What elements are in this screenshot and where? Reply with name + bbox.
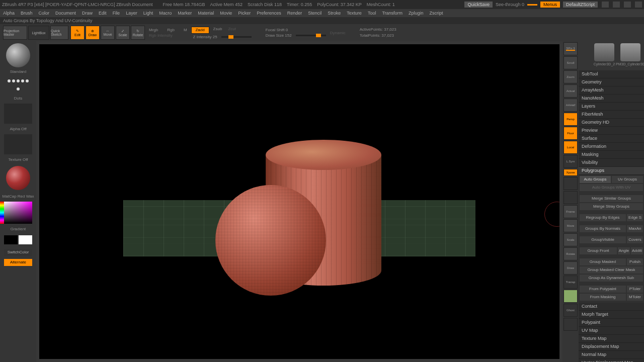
group-front-button[interactable]: Group Front bbox=[580, 247, 617, 254]
polish-slider[interactable]: Polish bbox=[627, 258, 643, 265]
menu-picker[interactable]: Picker bbox=[238, 11, 251, 16]
window-min-icon[interactable] bbox=[613, 2, 620, 8]
menu-zscript[interactable]: Zscript bbox=[430, 11, 443, 16]
edge-slider[interactable]: Edge S bbox=[627, 214, 643, 221]
menu-draw[interactable]: Draw bbox=[82, 11, 93, 16]
panel-polygroups[interactable]: Polygroups bbox=[579, 167, 644, 175]
menu-render[interactable]: Render bbox=[287, 11, 302, 16]
regroup-edges-button[interactable]: Regroup By Edges bbox=[580, 214, 626, 221]
group-visible-button[interactable]: GroupVisible bbox=[580, 236, 626, 243]
menus-button[interactable]: Menus bbox=[540, 2, 560, 8]
alpha-selector[interactable] bbox=[4, 104, 32, 124]
menu-color[interactable]: Color bbox=[39, 11, 50, 16]
transp-button[interactable]: Transp bbox=[564, 276, 578, 289]
menu-preferences[interactable]: Preferences bbox=[257, 11, 281, 16]
menu-brush[interactable]: Brush bbox=[21, 11, 33, 16]
m-button[interactable]: M bbox=[184, 28, 187, 32]
drawpoly-button[interactable]: Draw bbox=[564, 261, 578, 275]
floor-button[interactable]: Floor bbox=[564, 127, 578, 140]
nav-slot-1[interactable] bbox=[564, 177, 578, 190]
panel-nanomesh[interactable]: NanoMesh bbox=[579, 95, 644, 103]
color-picker[interactable] bbox=[4, 202, 32, 224]
panel-displacement[interactable]: Displacement Map bbox=[579, 343, 644, 351]
panel-layers[interactable]: Layers bbox=[579, 103, 644, 111]
mrgb-button[interactable]: Mrgb bbox=[149, 28, 158, 32]
dynamic-label[interactable]: Dynamic bbox=[330, 31, 346, 35]
draw-size-slider[interactable] bbox=[296, 35, 326, 36]
rotate-nav-button[interactable]: Rotate bbox=[564, 247, 578, 260]
ghost-button[interactable]: Ghost bbox=[564, 304, 578, 317]
local-button[interactable]: Local bbox=[564, 141, 578, 154]
move-mode-button[interactable]: ↔Move bbox=[101, 26, 115, 40]
color-swatches[interactable] bbox=[4, 235, 32, 244]
menu-stroke[interactable]: Stroke bbox=[328, 11, 341, 16]
panel-masking[interactable]: Masking bbox=[579, 151, 644, 159]
scroll-button[interactable]: Scroll bbox=[564, 56, 578, 69]
viewport[interactable] bbox=[39, 44, 559, 359]
menu-movie[interactable]: Movie bbox=[220, 11, 232, 16]
auto-groups-button[interactable]: Auto Groups bbox=[580, 176, 611, 183]
merge-stray-button[interactable]: Merge Stray Groups bbox=[580, 203, 643, 210]
auto-groups-uv-button[interactable]: Auto Groups With UV bbox=[580, 184, 643, 191]
panel-preview[interactable]: Preview bbox=[579, 127, 644, 135]
panel-texturemap[interactable]: Texture Map bbox=[579, 335, 644, 343]
menu-material[interactable]: Material bbox=[198, 11, 214, 16]
rgb-intensity-slider[interactable]: Rgb Intensity bbox=[149, 33, 173, 38]
uv-groups-button[interactable]: Uv Groups bbox=[612, 176, 643, 183]
menu-alpha[interactable]: Alpha bbox=[3, 11, 15, 16]
from-polypaint-button[interactable]: From Polypaint bbox=[580, 286, 626, 293]
menu-file[interactable]: File bbox=[113, 11, 120, 16]
rgb-button[interactable]: Rgb bbox=[167, 28, 175, 32]
menu-texture[interactable]: Texture bbox=[347, 11, 362, 16]
menu-marker[interactable]: Marker bbox=[178, 11, 192, 16]
lsym-button[interactable]: L.Sym bbox=[564, 155, 578, 168]
menu-document[interactable]: Document bbox=[55, 11, 76, 16]
zsub-button[interactable]: Zsub bbox=[213, 27, 222, 34]
tool-thumb-2[interactable]: PM3D_Cylinder3D bbox=[619, 43, 642, 68]
group-masked-clear-button[interactable]: Group Masked Clear Mask bbox=[580, 266, 643, 274]
zoom-button[interactable]: Zoom bbox=[564, 70, 578, 83]
zcut-button[interactable]: Zcut bbox=[228, 27, 236, 34]
quicksketch-button[interactable]: Quick Sketch bbox=[50, 26, 68, 40]
quicksave-button[interactable]: QuickSave bbox=[464, 2, 493, 8]
window-max-icon[interactable] bbox=[624, 2, 631, 8]
panel-contact[interactable]: Contact bbox=[579, 303, 644, 311]
panel-arraymesh[interactable]: ArrayMesh bbox=[579, 86, 644, 95]
rotate-mode-button[interactable]: ↻Rotate bbox=[131, 26, 145, 40]
menu-edit[interactable]: Edit bbox=[99, 11, 107, 16]
zadd-button[interactable]: Zadd bbox=[191, 27, 209, 34]
alternate-button[interactable]: Alternate bbox=[4, 259, 32, 266]
menu-layer[interactable]: Layer bbox=[126, 11, 137, 16]
panel-polypaint[interactable]: Polypaint bbox=[579, 319, 644, 327]
stroke-selector[interactable] bbox=[6, 78, 30, 92]
panel-geometry[interactable]: Geometry bbox=[579, 78, 644, 86]
panel-uvmap[interactable]: UV Map bbox=[579, 327, 644, 335]
scale-mode-button[interactable]: ⤢Scale bbox=[116, 26, 130, 40]
panel-fibermesh[interactable]: FiberMesh bbox=[579, 111, 644, 119]
brush-selector[interactable] bbox=[6, 43, 30, 67]
scale-nav-button[interactable]: Scale bbox=[564, 233, 578, 246]
tool-thumb-1[interactable]: Cylinder3D_2 bbox=[593, 43, 616, 68]
panel-vdm[interactable]: Vector Displacement Map bbox=[579, 359, 644, 362]
projection-master-button[interactable]: Projection Master bbox=[3, 26, 27, 40]
panel-geometryhd[interactable]: Geometry HD bbox=[579, 119, 644, 127]
window-help-icon[interactable] bbox=[602, 2, 609, 8]
groups-normals-button[interactable]: Groups By Normals bbox=[580, 225, 626, 232]
panel-surface[interactable]: Surface bbox=[579, 135, 644, 143]
menu-tool[interactable]: Tool bbox=[368, 11, 376, 16]
xpose-button[interactable]: Xpose bbox=[564, 169, 578, 176]
panel-morphtarget[interactable]: Morph Target bbox=[579, 311, 644, 319]
menu-light[interactable]: Light bbox=[143, 11, 153, 16]
menu-stencil[interactable]: Stencil bbox=[308, 11, 321, 16]
nav-slot-3[interactable] bbox=[564, 318, 578, 331]
persp-button[interactable]: Persp bbox=[564, 113, 578, 126]
aahalf-button[interactable]: AAHalf bbox=[564, 99, 578, 112]
frame-button[interactable]: Frame bbox=[564, 205, 578, 218]
texture-selector[interactable] bbox=[4, 134, 32, 154]
lightbox-button[interactable]: LightBox bbox=[28, 26, 49, 40]
hue-strip[interactable] bbox=[0, 202, 4, 224]
spix-button[interactable]: SPix 3 bbox=[564, 42, 578, 55]
angle-slider[interactable]: Angle bbox=[618, 247, 630, 254]
ptoler-slider[interactable]: PToler bbox=[627, 286, 643, 293]
actual-button[interactable]: Actual bbox=[564, 84, 578, 98]
